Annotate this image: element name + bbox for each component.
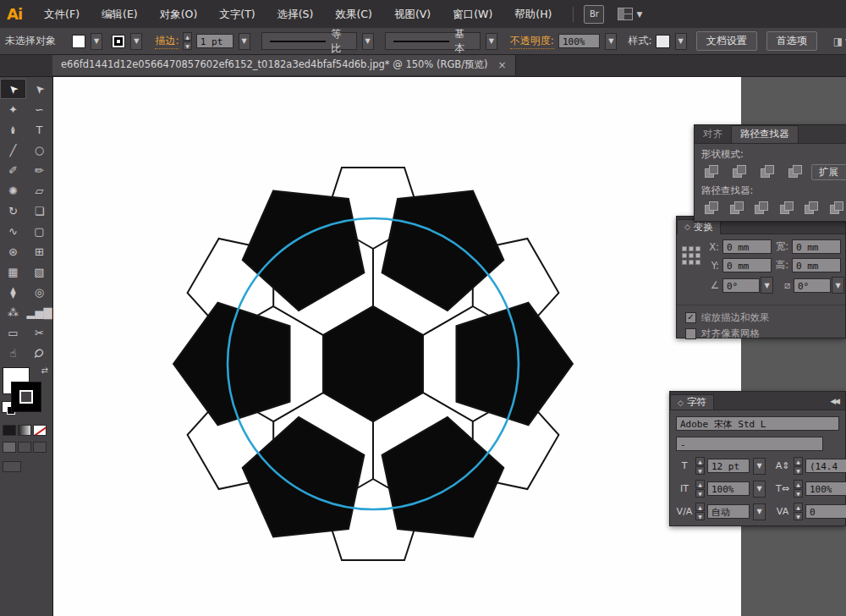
fill-stroke-control[interactable]: ⇄ — [0, 364, 52, 423]
profile-dropdown-icon[interactable]: ▼ — [362, 33, 374, 50]
fill-dropdown-icon[interactable]: ▼ — [91, 33, 102, 50]
style-dropdown-icon[interactable]: ▼ — [675, 33, 687, 50]
menu-item[interactable]: 选择(S) — [266, 1, 325, 28]
shear-select[interactable]: 0° ▼ — [794, 277, 844, 294]
tab-align[interactable]: 对齐 — [695, 126, 731, 143]
menu-item[interactable]: 窗口(W) — [442, 1, 503, 28]
gradient-button[interactable] — [18, 425, 31, 436]
expand-button[interactable]: 扩展 — [811, 164, 846, 180]
selection-tool[interactable]: ➤ — [0, 79, 26, 99]
tracking-field[interactable]: 0 — [805, 504, 846, 519]
rotate-select[interactable]: 0° ▼ — [722, 277, 773, 294]
opacity-panel-link[interactable]: 不透明度: — [510, 34, 554, 49]
document-tab[interactable]: e66fd1441d12e0566470857602ef6152_t0182a3… — [52, 54, 516, 75]
font-size-field[interactable]: 12 pt — [707, 459, 750, 473]
reference-point-locator[interactable] — [682, 246, 700, 265]
artwork-svg[interactable] — [52, 76, 741, 616]
horizontal-scale-field[interactable]: 100% — [805, 481, 846, 496]
paintbrush-tool[interactable]: ✐ — [0, 160, 26, 180]
zoom-tool[interactable]: Ϙ — [26, 343, 52, 363]
minus-back-button[interactable] — [828, 201, 843, 215]
menu-item[interactable]: 文字(T) — [208, 1, 266, 28]
type-tool[interactable]: T — [26, 119, 52, 140]
swap-fill-stroke-icon[interactable]: ⇄ — [41, 366, 48, 375]
draw-behind-button[interactable] — [18, 442, 31, 453]
eraser-tool[interactable]: ▱ — [26, 180, 52, 201]
preferences-button[interactable]: 首选项 — [766, 31, 817, 51]
menu-item[interactable]: 效果(C) — [324, 1, 382, 28]
shear-dropdown-icon[interactable]: ▼ — [832, 277, 844, 294]
direct-selection-tool[interactable]: ➤ — [26, 79, 52, 99]
crop-button[interactable] — [778, 201, 793, 215]
eyedropper-tool[interactable]: ⧫ — [0, 282, 26, 302]
free-transform-tool[interactable]: ▢ — [26, 221, 52, 241]
x-field[interactable]: 0 mm — [722, 239, 772, 254]
gradient-tool[interactable]: ▧ — [26, 261, 52, 282]
checkbox-checked-icon[interactable]: ✓ — [685, 312, 696, 323]
screen-mode-button[interactable] — [3, 461, 21, 472]
variable-width-profile-select[interactable]: 等比 — [261, 32, 357, 50]
artboard-tool[interactable]: ▭ — [0, 322, 26, 343]
scale-tool[interactable]: ❏ — [26, 201, 52, 221]
line-segment-tool[interactable]: ╱ — [0, 140, 26, 160]
menu-item[interactable]: 文件(F) — [33, 1, 91, 28]
rotate-tool[interactable]: ↻ — [0, 201, 26, 221]
kerning-dropdown-icon[interactable]: ▼ — [753, 503, 766, 520]
draw-normal-button[interactable] — [3, 442, 16, 453]
exclude-button[interactable] — [787, 164, 804, 179]
trim-button[interactable] — [728, 201, 743, 215]
brush-dropdown-icon[interactable]: ▼ — [486, 33, 497, 50]
vertical-scale-field[interactable]: 100% — [707, 481, 750, 496]
width-field[interactable]: 0 mm — [792, 239, 841, 254]
stroke-width-dropdown-icon[interactable]: ▼ — [239, 33, 250, 50]
font-style-field[interactable]: - — [676, 437, 823, 451]
stroke-swatch[interactable] — [12, 382, 41, 411]
height-field[interactable]: 0 mm — [792, 258, 841, 272]
menu-item[interactable]: 对象(O) — [149, 1, 209, 28]
align-pixel-grid-option[interactable]: 对齐像素网格 — [677, 326, 845, 342]
none-button[interactable] — [33, 425, 47, 436]
vertical-scale-dropdown-icon[interactable]: ▼ — [753, 481, 766, 498]
ellipse-tool[interactable]: ○ — [26, 140, 52, 160]
menu-item[interactable]: 视图(V) — [383, 1, 442, 28]
collapse-dock-icon[interactable]: ◀◀ — [830, 397, 838, 405]
align-options-icon[interactable]: ◨▼ — [833, 36, 846, 47]
symbol-sprayer-tool[interactable]: ⁂ — [0, 302, 26, 322]
rotate-dropdown-icon[interactable]: ▼ — [761, 277, 773, 294]
font-family-field[interactable]: Adobe 宋体 Std L — [676, 416, 839, 431]
stroke-panel-link[interactable]: 描边: — [155, 34, 179, 49]
leading-field[interactable]: (14.4 — [805, 459, 846, 473]
unite-button[interactable] — [703, 164, 720, 179]
intersect-button[interactable] — [759, 164, 776, 179]
kerning-field[interactable]: 自动 — [707, 504, 750, 519]
minus-front-button[interactable] — [731, 164, 748, 179]
divide-button[interactable] — [703, 201, 717, 215]
perspective-grid-tool[interactable]: ⊞ — [26, 241, 52, 261]
draw-inside-button[interactable] — [33, 442, 47, 453]
stroke-color-swatch[interactable] — [112, 35, 125, 48]
magic-wand-tool[interactable]: ✦ — [0, 99, 26, 119]
close-icon[interactable]: × — [497, 59, 507, 71]
hand-tool[interactable]: ☝ — [0, 343, 26, 363]
workspace-switcher[interactable]: ▼ — [618, 8, 642, 20]
style-swatch[interactable] — [656, 35, 669, 48]
brush-definition-select[interactable]: 基本 — [385, 32, 481, 50]
merge-button[interactable] — [753, 201, 767, 215]
stroke-width-field[interactable]: 1 pt — [196, 34, 233, 48]
tab-character[interactable]: ◇ 字符 — [670, 394, 714, 410]
mesh-tool[interactable]: ▦ — [0, 261, 26, 282]
document-setup-button[interactable]: 文档设置 — [696, 31, 757, 51]
color-button[interactable] — [3, 425, 16, 436]
menu-item[interactable]: 帮助(H) — [503, 1, 563, 28]
pen-tool[interactable]: ✒ — [0, 119, 26, 140]
tab-pathfinder[interactable]: 路径查找器 — [731, 125, 799, 143]
column-graph-tool[interactable]: ▂▅▇ — [26, 302, 52, 322]
stroke-dropdown-icon[interactable]: ▼ — [130, 33, 142, 50]
fill-color-swatch[interactable] — [72, 35, 85, 48]
blend-tool[interactable]: ◎ — [26, 282, 52, 302]
y-field[interactable]: 0 mm — [722, 258, 772, 272]
menu-item[interactable]: 编辑(E) — [91, 1, 149, 28]
blob-brush-tool[interactable]: ✺ — [0, 180, 26, 201]
width-tool[interactable]: ∿ — [0, 221, 26, 241]
outline-button[interactable] — [803, 201, 817, 215]
